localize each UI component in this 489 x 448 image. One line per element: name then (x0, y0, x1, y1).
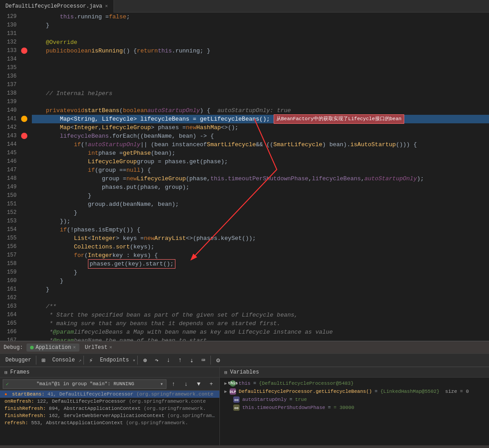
running-indicator (30, 346, 34, 349)
run-to-cursor-btn[interactable]: ⇣ (186, 355, 197, 365)
code-line-144: if (!autoStartupOnly || (bean instanceof… (32, 140, 489, 149)
endpoints-dropdown-icon[interactable]: ▾ (132, 357, 135, 363)
debug-tab-urltest-close[interactable]: × (109, 345, 112, 350)
code-line-150: } (32, 191, 489, 200)
console-icon: ⊞ (41, 357, 45, 364)
var-timeout[interactable]: oo this.timeoutPerShutdownPhase = = 3000… (220, 404, 489, 412)
code-line-148: group = new LifecycleGroup(phase, this.t… (32, 174, 489, 183)
var-getlifecyclebeans[interactable]: ▶ DLP DefaultLifecycleProcessor.getLifec… (220, 387, 489, 396)
breakpoint-133[interactable] (21, 48, 27, 54)
var-this[interactable]: ▶ this this = {DefaultLifecycleProcessor… (220, 379, 489, 387)
toolbar-endpoints-btn[interactable]: ⚡ (86, 355, 96, 365)
boxed-line158: phases.get(key).start(); (88, 259, 175, 269)
console-redirect-icon[interactable]: ↗ (79, 357, 82, 363)
settings-btn[interactable]: ⚙ (213, 355, 223, 365)
stopped-indicator: ● (4, 392, 7, 397)
debug-tab-urltest-label: UrlTest (85, 344, 107, 351)
frames-filter-btn[interactable]: ▼ (193, 378, 204, 389)
frame-pkg-3: (org.springframework. (167, 413, 219, 418)
frame-pkg-2: (org.springframework. (144, 406, 206, 411)
debug-tab-urltest[interactable]: UrlTest × (81, 344, 116, 352)
annotation-line141: 从BeanFactory中的获取实现了Lifecycle接口的bean (274, 114, 404, 124)
frame-item-3[interactable]: finishRefresh: 162, ServletWebServerAppl… (0, 412, 219, 419)
step-out-btn[interactable]: ↑ (175, 355, 185, 365)
breakpoint-141[interactable] (21, 116, 27, 122)
frame-method-3: finishRefresh: (4, 413, 46, 418)
frame-class-2: AbstractApplicationContext (64, 406, 144, 411)
code-line-165: * making sure that any beans that it dep… (32, 319, 489, 328)
code-line-135 (32, 64, 489, 72)
step-into-btn[interactable]: ↓ (163, 355, 174, 365)
frame-location-0: 41, (48, 391, 59, 397)
toolbar-console-label[interactable]: Console (50, 357, 78, 363)
var-autostartuponly[interactable]: oo autoStartupOnly = true (220, 396, 489, 404)
code-line-131 (32, 30, 489, 38)
tab-bar: DefaultLifecycleProcessor.java × (0, 0, 489, 13)
code-line-153: }); (32, 217, 489, 226)
toolbar-debugger-label[interactable]: Debugger (3, 357, 34, 363)
frame-class-1: DefaultLifecycleProcessor (52, 399, 129, 404)
tab-filename: DefaultLifecycleProcessor.java (5, 3, 102, 9)
toolbar-console-btn[interactable]: ⊞ (38, 355, 49, 365)
frame-class-4: AbstractApplicationContext (46, 420, 126, 426)
var-glb-value: {LinkedHashMap@5502} (380, 389, 440, 394)
frames-add-btn[interactable]: + (206, 378, 217, 389)
var-autostartuponly-value: true (295, 397, 307, 402)
variables-panel: ⊞ Variables ▶ this this = {DefaultLifecy… (220, 367, 489, 445)
frames-panel-title: Frames (10, 369, 30, 375)
frame-item-4[interactable]: refresh: 553, AbstractApplicationContext… (0, 419, 219, 426)
dlp-icon: DLP (230, 388, 236, 395)
var-this-name: this (239, 381, 250, 386)
var-timeout-name: this.timeoutPerShutdownPhase (242, 405, 325, 410)
var-glb-extra: size = 0 (442, 389, 469, 394)
debug-tab-application-label: Application (35, 344, 71, 351)
toolbar-endpoints-label[interactable]: Endpoints (97, 357, 132, 363)
toolbar-sep-2 (83, 356, 84, 365)
code-line-155: List<Integer> keys = new ArrayList<>(pha… (32, 234, 489, 243)
code-line-162 (32, 294, 489, 302)
editor-area: DefaultLifecycleProcessor.java × 1291301… (0, 0, 489, 341)
breakpoint-143[interactable] (21, 133, 27, 139)
code-line-130: } (32, 21, 489, 30)
step-over-btn[interactable]: ↷ (151, 355, 162, 365)
code-line-167: * @param beanName the name of the bean t… (32, 336, 489, 341)
expand-glb-btn[interactable]: ▶ (224, 389, 227, 394)
frame-method-1: onRefresh: (4, 399, 34, 404)
show-execution-point-btn[interactable]: ⊛ (140, 355, 150, 365)
frame-item-2[interactable]: finishRefresh: 894, AbstractApplicationC… (0, 405, 219, 412)
thread-selector[interactable]: ✓ "main"@1 in group "main": RUNNING ▾ (3, 379, 166, 389)
code-line-145: int phase = getPhase(bean); (32, 149, 489, 157)
tab-close-button[interactable]: × (105, 4, 108, 9)
bool-icon: oo (233, 396, 240, 403)
toolbar-sep-1 (36, 356, 36, 365)
code-editor[interactable]: this.running = false; } @Override public… (30, 13, 489, 341)
editor-tab[interactable]: DefaultLifecycleProcessor.java × (0, 0, 114, 13)
debug-tab-application[interactable]: Application × (26, 344, 79, 352)
code-line-137 (32, 81, 489, 89)
frame-location-4: 553, (31, 420, 46, 426)
thread-name: "main"@1 in group "main": RUNNING (36, 381, 134, 387)
frame-method-4: refresh: (4, 420, 28, 426)
evaluate-btn[interactable]: ⌨ (198, 355, 209, 365)
code-line-156: Collections.sort(keys); (32, 243, 489, 251)
var-timeout-value: = 30000 (333, 405, 354, 410)
frame-class-0: DefaultLifecycleProcessor (59, 391, 136, 397)
frames-down-btn[interactable]: ↓ (181, 378, 192, 389)
toolbar-sep-3 (137, 356, 138, 365)
frame-item-0[interactable]: ● startBeans: 41, DefaultLifecycleProces… (0, 391, 219, 398)
variables-panel-header: ⊞ Variables (220, 367, 489, 378)
code-line-147: if (group == null) { (32, 166, 489, 174)
thread-dropdown-icon[interactable]: ▾ (160, 381, 163, 387)
frames-up-btn[interactable]: ↑ (168, 378, 179, 389)
expand-this-btn[interactable]: ▶ (224, 381, 227, 386)
code-line-158: phases.get(key).start(); (32, 260, 489, 268)
this-icon: this (230, 380, 236, 387)
code-line-133: public boolean isRunning() { return this… (32, 47, 489, 55)
gutter (20, 13, 30, 341)
debug-tab-application-close[interactable]: × (73, 345, 76, 350)
frames-list: ● startBeans: 41, DefaultLifecycleProces… (0, 391, 219, 445)
frame-location-3: 162, (49, 413, 64, 418)
code-line-161: } (32, 285, 489, 294)
num-icon: oo (233, 405, 240, 411)
frame-item-1[interactable]: onRefresh: 122, DefaultLifecycleProcesso… (0, 398, 219, 405)
